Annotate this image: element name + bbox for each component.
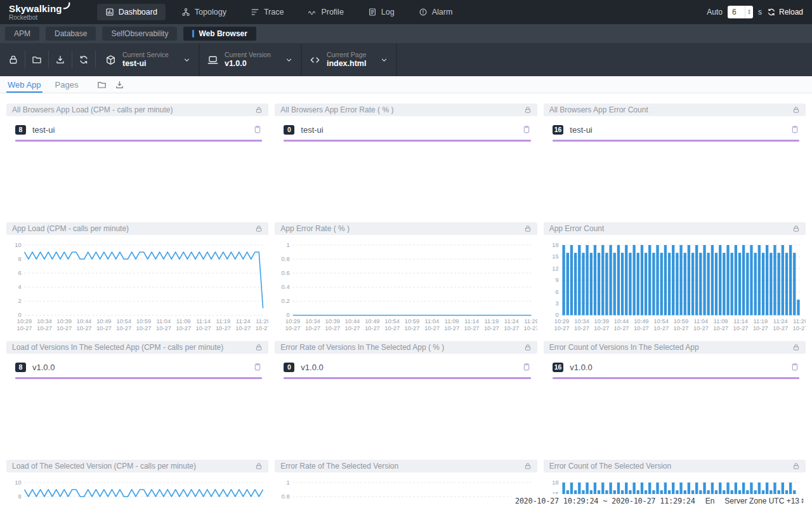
- lock-icon[interactable]: [524, 344, 532, 351]
- lock-icon[interactable]: [792, 344, 800, 351]
- metric-value-badge: 8: [15, 125, 26, 135]
- svg-text:9: 9: [555, 277, 558, 283]
- module-tab-selfobservability[interactable]: SelfObservability: [102, 27, 177, 41]
- current-page-selector[interactable]: Current Page index.html: [302, 43, 396, 76]
- copy-icon[interactable]: [253, 125, 262, 134]
- lock-icon[interactable]: [792, 106, 800, 114]
- lock-icon[interactable]: [792, 225, 800, 232]
- metric-progress-bar: [15, 140, 262, 142]
- dashboard-icon: [105, 8, 114, 17]
- bar-chart-app-error-count[interactable]: 036912151810:2910-2710:3410-2710:3910-27…: [544, 240, 806, 335]
- chevron-down-icon: [183, 56, 191, 64]
- svg-text:10-27: 10-27: [424, 325, 440, 331]
- active-tab-indicator: [192, 30, 194, 37]
- lock-icon[interactable]: [255, 462, 263, 470]
- lock-icon[interactable]: [524, 225, 532, 232]
- card-all-browsers-app-error-count: All Browsers App Error Count 16 test-ui: [544, 104, 806, 217]
- card-app-error-rate-chart: App Error Rate ( % ) 00.20.40.60.8110:29…: [275, 222, 537, 335]
- folder-icon[interactable]: [97, 80, 107, 90]
- line-chart-app-error-rate[interactable]: 00.20.40.60.8110:2910-2710:3410-2710:391…: [275, 240, 537, 335]
- selector-value: v1.0.0: [225, 59, 271, 69]
- line-chart-app-load[interactable]: 024681010:2910-2710:3410-2710:3910-2710:…: [6, 240, 268, 335]
- reload-button[interactable]: Reload: [767, 8, 803, 17]
- metric-row[interactable]: 8 test-ui: [6, 123, 268, 137]
- current-service-selector[interactable]: Current Service test-ui: [98, 43, 199, 76]
- metric-value-badge: 0: [284, 363, 294, 372]
- nav-label: Log: [381, 8, 395, 17]
- card-load-selected-version-chart: Load of The Selected Version (CPM - call…: [6, 460, 268, 508]
- line-chart-error-rate-selected-version[interactable]: 00.20.40.60.8110:2910-2710:3410-2710:391…: [275, 478, 537, 508]
- toolbar-divider: [95, 51, 96, 69]
- svg-text:10-27: 10-27: [37, 325, 52, 331]
- auto-refresh-input[interactable]: 6 ▲▼: [728, 6, 753, 18]
- metric-value-badge: 16: [553, 125, 564, 135]
- svg-text:10-27: 10-27: [345, 325, 360, 331]
- lock-icon[interactable]: [255, 225, 263, 232]
- auto-refresh-stepper[interactable]: ▲▼: [745, 6, 753, 18]
- lock-icon[interactable]: [792, 462, 800, 470]
- metric-row[interactable]: 0 test-ui: [275, 123, 537, 137]
- lock-icon[interactable]: [524, 106, 532, 114]
- lock-icon[interactable]: [255, 106, 263, 114]
- svg-text:10-27: 10-27: [733, 325, 748, 331]
- svg-text:10-27: 10-27: [554, 325, 569, 331]
- svg-text:10-27: 10-27: [634, 325, 649, 331]
- metric-row[interactable]: 16 v1.0.0: [544, 360, 806, 374]
- card-title: Load of Versions In The Selected App (CP…: [12, 343, 255, 352]
- svg-text:10:34: 10:34: [574, 318, 589, 324]
- chevron-down-icon: [285, 56, 293, 64]
- card-load-of-versions: Load of Versions In The Selected App (CP…: [6, 341, 268, 454]
- time-range-picker[interactable]: 2020-10-27 10:29:24 ~ 2020-10-27 11:29:2…: [515, 497, 695, 505]
- svg-text:11:29: 11:29: [793, 318, 806, 324]
- lock-icon[interactable]: [255, 344, 263, 351]
- language-toggle[interactable]: En: [705, 497, 715, 505]
- svg-text:0.6: 0.6: [282, 270, 290, 276]
- metric-body: 0 test-ui: [275, 116, 537, 142]
- svg-text:1: 1: [287, 479, 290, 486]
- nav-item-log[interactable]: Log: [360, 4, 403, 20]
- download-icon[interactable]: [115, 80, 124, 90]
- metric-row[interactable]: 8 v1.0.0: [6, 360, 268, 374]
- lock-icon[interactable]: [524, 462, 532, 470]
- line-chart-load-selected-version[interactable]: 024681010:2910-2710:3410-2710:3910-2710:…: [6, 478, 268, 508]
- tab-label: Web App: [8, 80, 41, 90]
- module-tab-label: SelfObservability: [111, 29, 168, 38]
- module-tab-web-browser[interactable]: Web Browser: [183, 27, 256, 41]
- nav-item-topology[interactable]: Topology: [173, 4, 235, 20]
- copy-icon[interactable]: [253, 363, 262, 371]
- svg-text:10-27: 10-27: [116, 325, 131, 331]
- import-template-button[interactable]: [27, 43, 46, 76]
- copy-icon[interactable]: [522, 125, 531, 134]
- svg-text:10-27: 10-27: [156, 325, 171, 331]
- svg-text:18: 18: [552, 479, 558, 486]
- card-title: App Load (CPM - calls per minute): [12, 224, 255, 233]
- metric-row[interactable]: 0 v1.0.0: [275, 360, 537, 374]
- module-tab-database[interactable]: Database: [46, 27, 96, 41]
- svg-text:10:59: 10:59: [405, 318, 419, 324]
- metric-row[interactable]: 16 test-ui: [544, 123, 806, 137]
- server-zone-control[interactable]: Server Zone UTC + 13 ▲▼: [724, 497, 804, 505]
- tab-pages[interactable]: Pages: [55, 76, 79, 93]
- export-template-button[interactable]: [51, 43, 70, 76]
- nav-item-alarm[interactable]: Alarm: [410, 4, 461, 20]
- copy-icon[interactable]: [522, 363, 531, 371]
- app-logo[interactable]: Skywalking Rocketbot: [9, 4, 70, 21]
- module-tab-apm[interactable]: APM: [5, 27, 39, 41]
- tab-web-app[interactable]: Web App: [8, 76, 41, 93]
- copy-icon[interactable]: [790, 363, 799, 371]
- copy-icon[interactable]: [790, 125, 799, 134]
- svg-text:10-27: 10-27: [256, 325, 269, 331]
- server-zone-stepper[interactable]: ▲▼: [801, 498, 804, 504]
- selector-label: Current Service: [122, 51, 169, 59]
- nav-item-trace[interactable]: Trace: [242, 4, 292, 20]
- current-version-selector[interactable]: Current Version v1.0.0: [200, 43, 301, 76]
- card-all-browsers-app-load: All Browsers App Load (CPM - calls per m…: [6, 104, 268, 217]
- nav-item-dashboard[interactable]: Dashboard: [97, 4, 166, 20]
- sync-button[interactable]: [74, 43, 93, 76]
- lock-template-button[interactable]: [4, 43, 23, 76]
- svg-text:10-27: 10-27: [673, 325, 688, 331]
- svg-text:11:24: 11:24: [773, 318, 788, 324]
- nav-item-profile[interactable]: Profile: [299, 4, 351, 20]
- card-error-rate-selected-version-chart: Error Rate of The Selected Version 00.20…: [275, 460, 537, 508]
- nav-label: Trace: [264, 8, 284, 17]
